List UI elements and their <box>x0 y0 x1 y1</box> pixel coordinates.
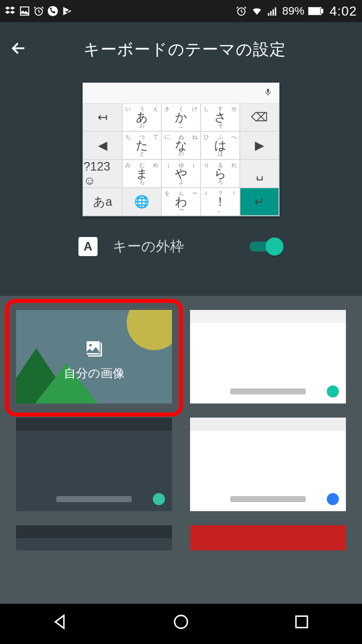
keyboard-key: かきけくこ <box>161 103 201 131</box>
keyboard-preview: ↤あいえうおかきけくこさしせすそ⌫◀たちてつとなにねぬのはひへふほ▶?123 ☺… <box>82 83 280 216</box>
svg-rect-6 <box>273 9 274 16</box>
keyboard-key: なにねぬの <box>161 131 201 159</box>
keyboard-key: わをーん〜 <box>161 188 201 216</box>
theme-partial-dark[interactable] <box>16 525 172 550</box>
accent-dot <box>327 493 339 505</box>
svg-point-15 <box>174 615 188 628</box>
keyboard-preview-topbar <box>83 83 279 103</box>
android-nav-bar <box>0 604 362 644</box>
svg-rect-7 <box>275 8 277 16</box>
keyboard-key: や（）ゆよ <box>161 159 201 188</box>
keyboard-key: ␣ <box>240 159 279 188</box>
keyboard-key: あいえうお <box>122 103 161 131</box>
phone-icon <box>47 6 58 17</box>
outline-toggle-switch[interactable] <box>249 237 284 256</box>
keyboard-key: ！♫！？。 <box>201 188 240 216</box>
keyboard-key: 🌐 <box>122 188 161 216</box>
svg-point-14 <box>89 344 92 346</box>
svg-rect-11 <box>267 89 269 93</box>
image-icon <box>19 6 30 17</box>
wifi-icon <box>251 6 263 17</box>
keyboard-preview-container: ↤あいえうおかきけくこさしせすそ⌫◀たちてつとなにねぬのはひへふほ▶?123 ☺… <box>0 77 362 216</box>
keyboard-key: はひへふほ <box>201 131 240 159</box>
keyboard-key: らりれるろ <box>201 159 240 188</box>
keyboard-key: ▶ <box>240 131 279 159</box>
keyboard-key: ↤ <box>83 103 122 131</box>
dropbox-icon <box>5 6 16 17</box>
page-title: キーボードのテーマの設定 <box>17 39 352 61</box>
nav-recent-button[interactable] <box>293 613 310 634</box>
keyboard-key: たちてつと <box>122 131 161 159</box>
key-outline-setting: A キーの外枠 <box>0 216 362 277</box>
theme-dark[interactable] <box>16 418 172 511</box>
theme-custom-label: 自分の画像 <box>16 365 172 381</box>
battery-icon <box>308 7 323 16</box>
keyboard-key: さしせすそ <box>201 103 240 131</box>
nav-back-button[interactable] <box>52 613 69 634</box>
nav-home-button[interactable] <box>172 613 190 634</box>
theme-white[interactable] <box>190 310 346 404</box>
check-icon <box>248 328 288 376</box>
keyboard-key: あa <box>83 188 122 216</box>
battery-percent: 89% <box>282 5 304 18</box>
clock-time: 4:02 <box>329 4 357 19</box>
keyboard-key: ⌫ <box>240 103 279 131</box>
svg-rect-9 <box>322 9 323 13</box>
signal-icon <box>267 6 278 17</box>
keyboard-key: ◀ <box>83 131 122 159</box>
keyboard-key: ?123 ☺ <box>83 159 122 188</box>
alarm-icon <box>33 6 44 17</box>
theme-grid: 自分の画像 <box>0 296 362 604</box>
status-bar: 89% 4:02 <box>0 0 362 22</box>
theme-custom-image[interactable]: 自分の画像 <box>16 310 172 404</box>
theme-light[interactable] <box>190 418 346 511</box>
mic-icon <box>264 87 272 100</box>
svg-rect-4 <box>268 13 269 16</box>
outline-icon: A <box>78 237 98 256</box>
svg-point-2 <box>48 6 58 16</box>
accent-dot <box>327 385 339 397</box>
alarm-icon-2 <box>236 6 247 17</box>
app-bar: キーボードのテーマの設定 <box>0 22 362 77</box>
keyboard-key: ↵ <box>240 188 279 216</box>
accent-dot <box>153 493 165 505</box>
svg-rect-10 <box>310 9 320 14</box>
theme-partial-red[interactable] <box>190 525 346 550</box>
image-icon <box>83 338 105 364</box>
keyboard-key: まみめむも <box>122 159 161 188</box>
outline-label: キーの外枠 <box>113 237 184 256</box>
svg-rect-5 <box>270 11 272 16</box>
play-check-icon <box>61 6 73 17</box>
svg-rect-16 <box>296 616 308 628</box>
